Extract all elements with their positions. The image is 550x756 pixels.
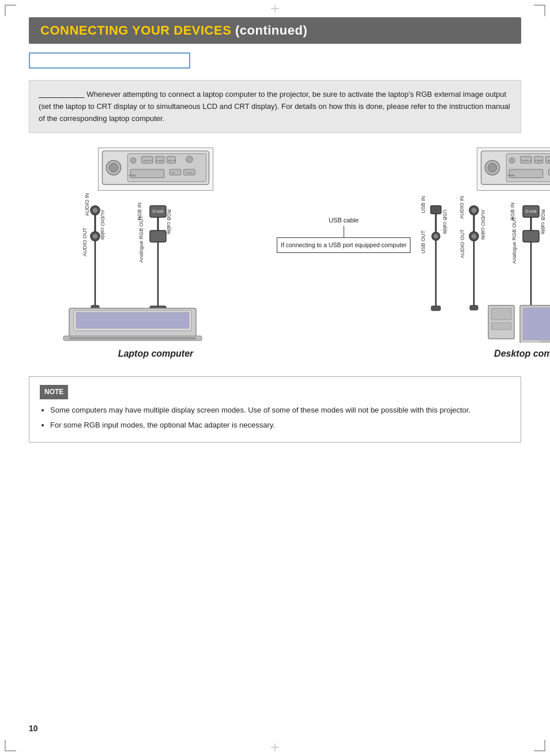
svg-text:comp: comp: [508, 174, 515, 177]
desktop-label: Desktop computer: [494, 349, 550, 359]
svg-rect-81: [523, 230, 539, 242]
svg-rect-60: [431, 206, 441, 214]
page-title: CONNECTING YOUR DEVICES (continued): [40, 23, 510, 38]
warning-text: Whenever attempting to connect a laptop …: [39, 90, 510, 123]
svg-point-21: [93, 234, 97, 239]
svg-text:rgb out: rgb out: [168, 160, 176, 162]
corner-mark-bl: [5, 740, 16, 751]
callout-line-top: [344, 226, 344, 237]
center-cross-bottom: [271, 743, 279, 751]
svg-text:USB IN: USB IN: [420, 196, 426, 213]
svg-text:rgb out: rgb out: [547, 160, 550, 162]
warning-underline: ___________: [39, 90, 85, 99]
svg-text:s-video: s-video: [156, 160, 164, 162]
svg-text:D-sub: D-sub: [526, 209, 537, 213]
laptop-label: Laptop computer: [118, 349, 194, 359]
title-bar: CONNECTING YOUR DEVICES (continued): [29, 17, 521, 44]
page-number: 10: [29, 724, 38, 733]
svg-point-19: [93, 208, 97, 213]
usb-callout-box: If connecting to a USB port equipped com…: [277, 237, 410, 253]
svg-text:audio in: audio in: [522, 160, 532, 162]
svg-point-46: [510, 158, 515, 164]
svg-text:D-sub: D-sub: [153, 209, 164, 213]
svg-point-4: [130, 158, 136, 164]
svg-rect-68: [431, 306, 440, 311]
note-item-1: Some computers may have multiple display…: [50, 404, 510, 417]
svg-text:AUDIO cable: AUDIO cable: [100, 210, 106, 240]
svg-text:comp: comp: [129, 174, 135, 177]
svg-text:rgb: rgb: [171, 171, 175, 174]
svg-rect-41: [69, 337, 196, 339]
svg-text:control: control: [186, 171, 193, 174]
note-list: Some computers may have multiple display…: [40, 404, 510, 432]
svg-text:RGB cable: RGB cable: [540, 210, 546, 235]
left-cables-svg: AUDIO IN AUDIO cable AUDIO OUT D-sub RGB…: [46, 193, 265, 343]
corner-mark-br: [534, 740, 545, 751]
svg-rect-30: [150, 230, 166, 242]
right-cables-svg: USB IN USB cable USB OUT AUDIO IN AUDIO …: [413, 193, 550, 343]
svg-rect-39: [76, 312, 189, 328]
diagrams-area: comp audio in s-video rgb out rgb contro…: [29, 148, 521, 359]
left-projector-svg: comp audio in s-video rgb out rgb contro…: [98, 148, 213, 191]
left-diagram: comp audio in s-video rgb out rgb contro…: [35, 148, 277, 359]
svg-text:AUDIO cable: AUDIO cable: [480, 210, 486, 240]
svg-text:AUDIO IN: AUDIO IN: [459, 196, 465, 219]
center-cross-top: [271, 5, 279, 13]
svg-point-62: [434, 235, 438, 239]
svg-rect-101: [540, 340, 550, 343]
corner-mark-tl: [5, 5, 16, 16]
svg-rect-78: [470, 305, 478, 310]
svg-text:USB OUT: USB OUT: [420, 230, 426, 254]
warning-box: ___________ Whenever attempting to conne…: [29, 80, 521, 133]
svg-rect-98: [491, 323, 511, 330]
svg-text:AUDIO OUT: AUDIO OUT: [459, 229, 465, 259]
svg-text:s-video: s-video: [534, 160, 543, 162]
svg-rect-97: [491, 308, 511, 320]
svg-rect-100: [523, 308, 550, 340]
corner-mark-tr: [534, 5, 545, 16]
usb-callout-area: USB cable If connecting to a USB port eq…: [277, 148, 410, 253]
note-box: NOTE Some computers may have multiple di…: [29, 376, 521, 443]
svg-text:AUDIO IN: AUDIO IN: [84, 193, 90, 216]
note-item-2: For some RGB input modes, the optional M…: [50, 419, 510, 432]
svg-point-70: [472, 208, 476, 213]
svg-text:AUDIO OUT: AUDIO OUT: [82, 228, 88, 257]
note-label: NOTE: [40, 385, 68, 399]
blue-underline-box: [29, 52, 190, 69]
svg-point-2: [109, 164, 118, 173]
right-diagram: comp audio in s-video rgb out rgb contro…: [410, 148, 550, 359]
svg-point-8: [186, 156, 193, 163]
svg-text:Analogue RGB OUT: Analogue RGB OUT: [511, 217, 517, 264]
right-projector-svg: comp audio in s-video rgb out rgb contro…: [477, 148, 550, 191]
svg-text:USB cable: USB cable: [442, 210, 448, 235]
svg-text:audio in: audio in: [144, 160, 153, 162]
svg-point-72: [472, 234, 476, 239]
svg-text:RGB cable: RGB cable: [166, 210, 172, 235]
svg-point-44: [488, 164, 498, 173]
svg-text:Analogue RGB OUT: Analogue RGB OUT: [138, 216, 144, 263]
usb-cable-label: USB cable: [329, 217, 359, 224]
